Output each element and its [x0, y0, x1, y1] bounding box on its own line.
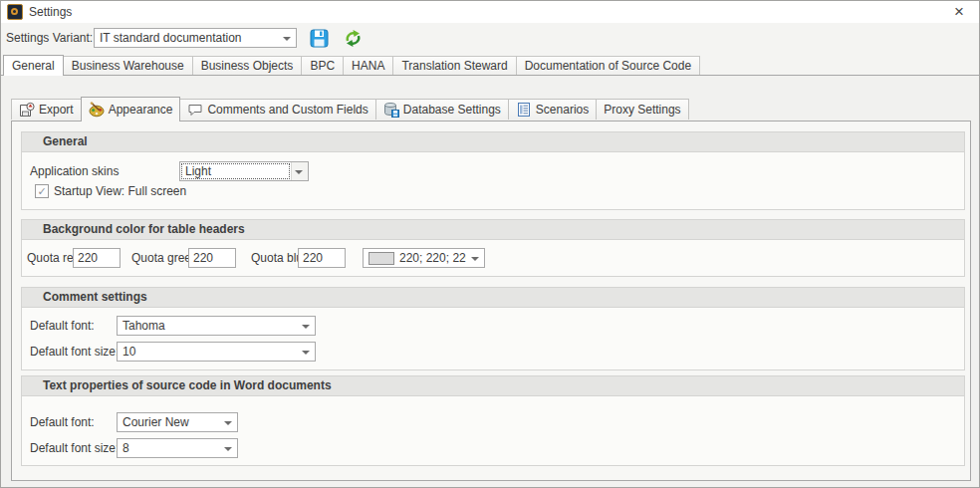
subtab-label: Scenarios: [536, 100, 589, 120]
tab-label: General: [12, 59, 55, 73]
quota-red-input[interactable]: [73, 248, 121, 268]
subtab-database-settings[interactable]: Database Settings: [375, 99, 509, 120]
source-font-size-label: Default font size:: [30, 438, 119, 458]
subtab-label: Comments and Custom Fields: [207, 100, 368, 120]
subtab-scenarios[interactable]: Scenarios: [508, 99, 597, 120]
subtab-label: Database Settings: [403, 100, 501, 120]
tab-translation-steward[interactable]: Translation Steward: [392, 56, 516, 75]
subtab-appearance[interactable]: Appearance: [81, 97, 181, 122]
comment-font-value[interactable]: Tahoma: [118, 317, 297, 335]
section-background-color-title: Background color for table headers: [22, 220, 964, 240]
tab-documentation-of-source-code[interactable]: Documentation of Source Code: [516, 56, 700, 75]
section-source-code-text: Text properties of source code in Word d…: [21, 375, 965, 466]
startup-view-checkbox[interactable]: ✓: [35, 184, 49, 198]
source-font-dropdown-button[interactable]: [220, 413, 237, 431]
comment-font-size-combobox[interactable]: 10: [117, 342, 316, 362]
header-color-value[interactable]: 220; 220; 220: [399, 249, 466, 267]
main-tab-strip: General Business Warehouse Business Obje…: [1, 54, 979, 76]
tab-label: Business Objects: [201, 59, 294, 73]
tab-label: Translation Steward: [401, 59, 507, 73]
source-font-size-dropdown-button[interactable]: [220, 439, 237, 457]
application-skins-combobox[interactable]: Light: [179, 161, 309, 181]
settings-window: Settings × Settings Variant: IT standard…: [0, 0, 980, 488]
section-background-color: Background color for table headers Quota…: [21, 219, 965, 277]
chevron-down-icon: [224, 447, 232, 451]
source-font-size-combobox[interactable]: 8: [117, 438, 238, 458]
inner-tab-strip: Export Appearance Comments and Custom Fi…: [11, 96, 688, 121]
section-comment-settings: Comment settings Default font: Tahoma De…: [21, 287, 965, 370]
application-skins-value[interactable]: Light: [180, 162, 291, 180]
source-font-combobox[interactable]: Courier New: [117, 412, 238, 432]
header-color-dropdown-button[interactable]: [467, 249, 484, 267]
application-skins-dropdown-button[interactable]: [291, 162, 308, 180]
color-swatch: [368, 252, 394, 265]
comment-font-size-label: Default font size:: [30, 342, 119, 362]
title-bar: Settings ×: [1, 1, 979, 23]
close-icon[interactable]: ×: [949, 2, 969, 22]
tab-bpc[interactable]: BPC: [301, 56, 344, 75]
source-font-size-value[interactable]: 8: [118, 439, 219, 457]
app-logo-ring: [11, 8, 18, 15]
window-title: Settings: [29, 1, 72, 23]
startup-view-checkbox-label[interactable]: Startup View: Full screen: [54, 181, 186, 201]
chevron-down-icon: [295, 170, 303, 174]
settings-variant-label: Settings Variant:: [6, 23, 93, 54]
tab-label: HANA: [352, 59, 384, 73]
save-icon[interactable]: [310, 29, 329, 48]
subtab-proxy-settings[interactable]: Proxy Settings: [596, 99, 688, 120]
database-icon: [383, 102, 399, 118]
section-comment-settings-title: Comment settings: [22, 288, 964, 308]
section-general-title: General: [22, 132, 964, 152]
chevron-down-icon: [283, 37, 291, 41]
tab-business-warehouse[interactable]: Business Warehouse: [63, 56, 193, 75]
settings-variant-dropdown-button[interactable]: [279, 29, 296, 47]
settings-variant-value[interactable]: IT standard documentation: [95, 29, 278, 47]
chevron-down-icon: [302, 325, 310, 329]
subtab-label: Proxy Settings: [604, 100, 680, 120]
tab-general[interactable]: General: [3, 55, 64, 76]
settings-variant-combobox[interactable]: IT standard documentation: [94, 28, 297, 48]
header-color-combobox[interactable]: 220; 220; 220: [363, 248, 485, 268]
comment-bubble-icon: [187, 102, 203, 118]
subtab-label: Export: [39, 100, 74, 120]
quota-green-input[interactable]: [188, 248, 236, 268]
chevron-down-icon: [224, 421, 232, 425]
tab-label: BPC: [310, 59, 335, 73]
subtab-comments-and-custom-fields[interactable]: Comments and Custom Fields: [179, 99, 375, 120]
comment-font-combobox[interactable]: Tahoma: [117, 316, 316, 336]
tab-label: Documentation of Source Code: [525, 59, 691, 73]
comment-font-size-dropdown-button[interactable]: [298, 343, 315, 361]
export-icon: [19, 102, 35, 118]
tab-business-objects[interactable]: Business Objects: [192, 56, 303, 75]
comment-font-dropdown-button[interactable]: [298, 317, 315, 335]
comment-font-label: Default font:: [30, 316, 95, 336]
tab-hana[interactable]: HANA: [343, 56, 393, 75]
subtab-label: Appearance: [109, 100, 173, 120]
settings-variant-toolbar: Settings Variant: IT standard documentat…: [1, 23, 979, 54]
chevron-down-icon: [302, 351, 310, 355]
section-general: General Application skins Light ✓ Startu…: [21, 131, 965, 210]
app-logo-icon: [7, 4, 23, 20]
comment-font-size-value[interactable]: 10: [118, 343, 297, 361]
subtab-export[interactable]: Export: [11, 99, 82, 120]
scenarios-document-icon: [516, 102, 532, 118]
appearance-palette-icon: [89, 102, 105, 118]
section-source-code-text-title: Text properties of source code in Word d…: [22, 376, 964, 396]
tab-label: Business Warehouse: [72, 59, 184, 73]
application-skins-label: Application skins: [30, 161, 119, 181]
source-font-value[interactable]: Courier New: [118, 413, 219, 431]
chevron-down-icon: [471, 257, 479, 261]
quota-blue-input[interactable]: [298, 248, 346, 268]
source-font-label: Default font:: [30, 412, 95, 432]
refresh-icon[interactable]: [344, 29, 363, 48]
